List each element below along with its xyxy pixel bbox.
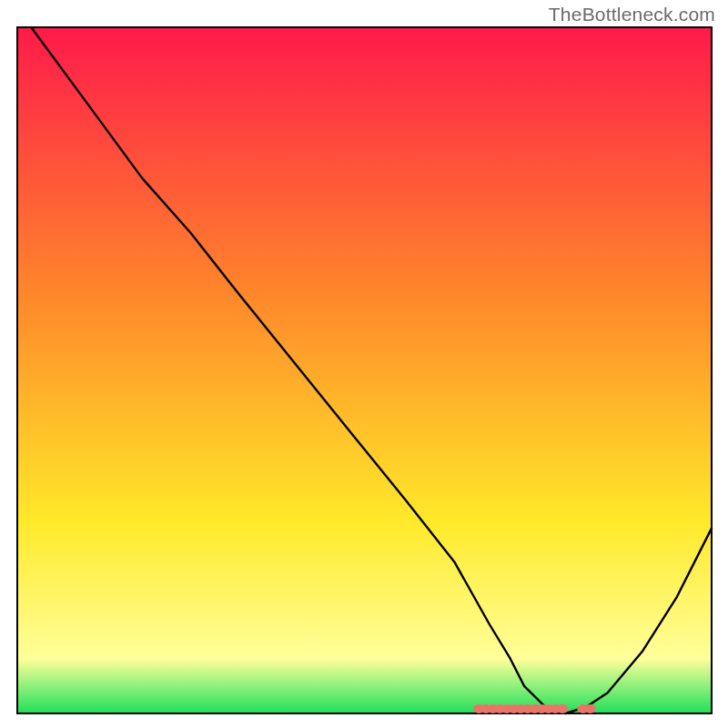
gradient-background <box>17 27 712 713</box>
optimal-marker <box>557 704 569 713</box>
watermark-text: TheBottleneck.com <box>549 4 715 25</box>
optimal-marker <box>584 704 596 713</box>
bottleneck-chart <box>0 0 728 728</box>
chart-container: TheBottleneck.com <box>0 0 728 728</box>
